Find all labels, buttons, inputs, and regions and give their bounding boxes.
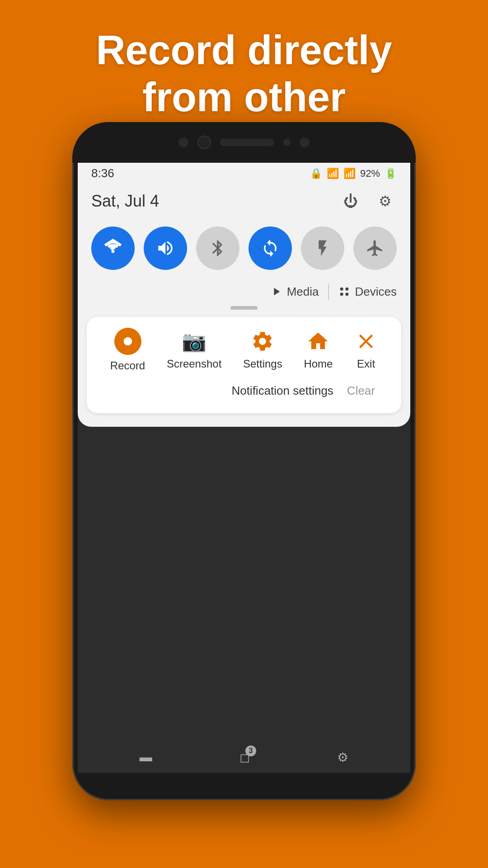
settings-icon [251, 330, 274, 353]
notification-settings-button[interactable]: Notification settings [231, 384, 333, 398]
notification-panel: 8:36 🔒 📶 📶 92% 🔋 Sat, Jul 4 ⏻ ⚙ [78, 158, 410, 427]
svg-point-4 [123, 337, 132, 346]
front-camera-dot2 [300, 137, 310, 147]
notification-footer: Notification settings Clear [99, 377, 389, 402]
svg-point-1 [345, 288, 348, 291]
phone-screen: 8:36 🔒 📶 📶 92% 🔋 Sat, Jul 4 ⏻ ⚙ [78, 158, 410, 773]
notification-header: Sat, Jul 4 ⏻ ⚙ [78, 185, 410, 222]
record-icon-circle [114, 328, 141, 355]
settings-label: Settings [243, 358, 282, 370]
notification-actions: ⏻ ⚙ [339, 189, 397, 213]
panel-handle [230, 306, 258, 310]
speaker-grill [220, 139, 274, 146]
back-nav-button[interactable]: ▬ [140, 750, 152, 764]
status-icons: 🔒 📶 📶 92% 🔋 [310, 168, 397, 179]
notification-date: Sat, Jul 4 [91, 192, 159, 211]
screenshot-notif-item[interactable]: 📷 Screenshot [167, 330, 221, 370]
phone-top-bar [72, 122, 416, 163]
record-notif-item[interactable]: Record [110, 328, 145, 372]
recents-nav-button[interactable]: ◻ 3 [239, 750, 250, 765]
media-button[interactable]: Media [270, 285, 319, 299]
sync-tile[interactable] [249, 226, 292, 270]
bluetooth-tile[interactable] [196, 226, 239, 270]
svg-point-0 [340, 288, 343, 291]
screenshot-label: Screenshot [167, 358, 221, 370]
screenshot-icon: 📷 [182, 330, 206, 353]
app-notif-icons: Record 📷 Screenshot Settings [99, 328, 389, 372]
phone-bottom-nav: ▬ ◻ 3 ⚙ [78, 741, 410, 773]
exit-label: Exit [357, 358, 375, 370]
signal-icon: 📶 [343, 168, 356, 179]
battery-text: 92% [360, 168, 380, 179]
volume-tile[interactable] [144, 226, 187, 270]
notification-clear-button[interactable]: Clear [347, 384, 375, 398]
media-devices-row: Media Devices [78, 279, 410, 306]
wifi-tile[interactable] [91, 226, 135, 270]
nav-badge-count: 3 [245, 745, 256, 756]
phone-mockup: 8:36 🔒 📶 📶 92% 🔋 Sat, Jul 4 ⏻ ⚙ [72, 122, 416, 800]
front-camera-dot [178, 137, 188, 147]
power-icon[interactable]: ⏻ [339, 189, 362, 213]
exit-icon [354, 330, 378, 353]
airplane-tile[interactable] [353, 226, 397, 270]
status-time: 8:36 [91, 166, 114, 180]
exit-notif-item[interactable]: Exit [354, 330, 378, 370]
lock-icon: 🔒 [310, 168, 322, 179]
quick-settings [78, 222, 410, 279]
svg-point-3 [345, 292, 348, 296]
media-label: Media [287, 285, 319, 299]
settings-nav-button[interactable]: ⚙ [337, 750, 348, 765]
devices-button[interactable]: Devices [338, 285, 397, 299]
home-label: Home [304, 358, 333, 370]
battery-icon: 🔋 [385, 168, 397, 179]
home-icon [306, 330, 330, 353]
settings-gear-icon[interactable]: ⚙ [373, 189, 397, 213]
phone-frame: 8:36 🔒 📶 📶 92% 🔋 Sat, Jul 4 ⏻ ⚙ [72, 122, 416, 800]
settings-notif-item[interactable]: Settings [243, 330, 282, 370]
wifi-status-icon: 📶 [327, 168, 339, 179]
flashlight-tile[interactable] [301, 226, 344, 270]
devices-label: Devices [355, 285, 397, 299]
app-notification-card: Record 📷 Screenshot Settings [87, 317, 401, 413]
sensor-dot [283, 139, 291, 146]
svg-point-2 [340, 292, 343, 296]
row-divider [328, 283, 329, 300]
home-notif-item[interactable]: Home [304, 330, 333, 370]
front-camera-main [197, 136, 211, 149]
record-label: Record [110, 359, 145, 372]
